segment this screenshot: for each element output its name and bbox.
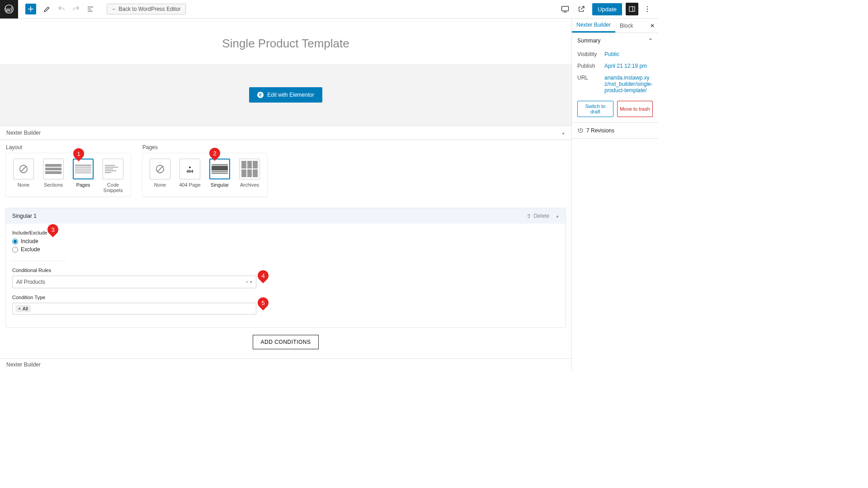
condition-type-label: Condition Type — [12, 295, 256, 300]
switch-to-draft-button[interactable]: Switch to draft — [577, 101, 613, 117]
url-label: URL — [577, 75, 604, 94]
add-conditions-button[interactable]: ADD CONDITIONS — [253, 335, 318, 349]
layout-option-group: 1 Layout None Sections — [5, 153, 131, 197]
nexter-builder-title: Nexter Builder — [6, 130, 41, 136]
remove-tag-icon[interactable]: × — [18, 306, 21, 311]
pages-none[interactable]: None — [148, 159, 172, 188]
editor-topbar: ← Back to WordPress Editor Update — [0, 0, 658, 19]
nexter-builder-header[interactable]: Nexter Builder ▲ — [0, 126, 571, 140]
singular-title: Singular 1 — [12, 213, 37, 219]
pages-404[interactable]: ▲404 404 Page — [178, 159, 202, 188]
pages-label: Pages — [142, 144, 158, 150]
collapse-icon[interactable]: ▲ — [561, 131, 565, 135]
pages-archives[interactable]: Archives — [237, 159, 262, 188]
svg-point-5 — [647, 11, 648, 12]
svg-rect-1 — [562, 6, 569, 11]
preview-external-icon[interactable] — [574, 2, 589, 16]
layout-code-snippets[interactable]: Code Snippets — [101, 159, 125, 193]
page-title[interactable]: Single Product Template — [0, 37, 571, 51]
tab-nexter-builder[interactable]: Nexter Builder — [572, 19, 615, 33]
url-value[interactable]: ananda.instawp.xyz/nxt_builder/single-pr… — [604, 75, 653, 94]
chevron-down-icon[interactable]: ▾ — [250, 280, 252, 284]
redo-icon[interactable] — [71, 4, 81, 14]
svg-point-4 — [647, 9, 648, 9]
close-sidebar-icon[interactable]: ✕ — [646, 23, 658, 29]
settings-sidebar: Nexter Builder Block ✕ Summary ⌃ Visibil… — [571, 19, 658, 371]
condition-type-input[interactable]: × All 5 — [12, 303, 256, 314]
move-to-trash-button[interactable]: Move to trash — [617, 101, 653, 117]
svg-rect-2 — [629, 7, 635, 12]
visibility-value[interactable]: Public — [604, 51, 653, 57]
collapse-singular-icon[interactable]: ▲ — [556, 214, 559, 218]
include-radio[interactable]: Include — [12, 238, 66, 244]
tab-block[interactable]: Block — [615, 19, 637, 33]
elementor-canvas: E Edit with Elementor — [0, 64, 571, 126]
layout-label: Layout — [6, 144, 22, 150]
singular-section-header[interactable]: Singular 1 Delete ▲ — [6, 208, 566, 224]
chevron-up-icon: ⌃ — [648, 38, 653, 44]
outline-icon[interactable] — [85, 4, 96, 14]
edit-with-elementor-button[interactable]: E Edit with Elementor — [249, 87, 322, 103]
publish-value[interactable]: April 21 12:19 pm — [604, 63, 653, 69]
conditional-rules-label: Conditional Rules — [12, 267, 256, 273]
summary-header[interactable]: Summary ⌃ — [572, 33, 658, 48]
revisions-row[interactable]: 7 Revisions — [572, 123, 658, 139]
revisions-text: 7 Revisions — [586, 127, 614, 134]
pages-singular[interactable]: Singular — [208, 159, 232, 188]
breadcrumb-nexter[interactable]: Nexter Builder — [6, 361, 41, 368]
exclude-radio[interactable]: Exclude — [12, 246, 66, 253]
annotation-badge-5: 5 — [255, 295, 271, 310]
sidebar-toggle-button[interactable] — [626, 3, 638, 15]
clear-icon[interactable]: × — [246, 280, 248, 284]
edit-tool-icon[interactable] — [42, 4, 52, 14]
more-options-icon[interactable] — [640, 2, 655, 16]
breadcrumb-bar: Nexter Builder — [0, 358, 571, 371]
delete-singular-button[interactable]: Delete — [526, 213, 549, 219]
device-preview-icon[interactable] — [558, 2, 572, 16]
back-to-wordpress-button[interactable]: ← Back to WordPress Editor — [107, 4, 186, 14]
publish-label: Publish — [577, 63, 604, 69]
layout-sections[interactable]: Sections — [41, 159, 66, 193]
elementor-btn-label: Edit with Elementor — [267, 92, 314, 98]
annotation-badge-4: 4 — [255, 268, 271, 283]
elementor-icon: E — [257, 92, 264, 98]
undo-icon[interactable] — [56, 4, 67, 14]
condition-tag[interactable]: × All — [15, 305, 31, 312]
update-button[interactable]: Update — [592, 3, 622, 15]
layout-pages[interactable]: Pages — [71, 159, 95, 193]
add-block-button[interactable] — [25, 4, 36, 14]
pages-option-group: 2 Pages None ▲404 404 Page — [142, 153, 268, 197]
conditional-rules-select[interactable]: All Products ×▾ 4 — [12, 276, 256, 288]
wordpress-logo[interactable] — [0, 0, 18, 19]
svg-point-3 — [647, 6, 648, 7]
layout-none[interactable]: None — [11, 159, 36, 193]
visibility-label: Visibility — [577, 51, 604, 57]
